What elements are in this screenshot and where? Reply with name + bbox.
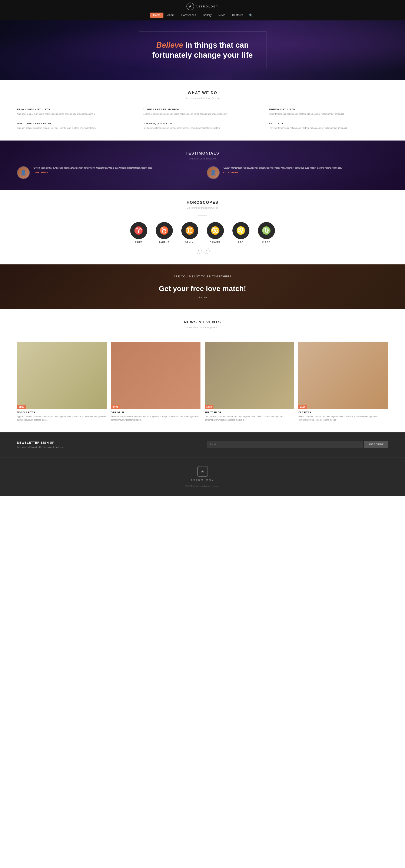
news-grid: 21/09 MSACLARITAS Typi non habent clarit… [17, 342, 388, 422]
newsletter-title: NEWSLETTER SIGN UP [17, 441, 198, 444]
news-thumbnail[interactable]: 13/10 [205, 342, 294, 409]
zodiac-label: LEO [238, 241, 244, 244]
feature-text: Soluta nobis eleifend option congue nihi… [143, 126, 262, 130]
footer-logo-letter: A [201, 469, 204, 473]
zodiac-sign-leo[interactable]: ♌ LEO [232, 222, 249, 244]
news-date: 13/10 [205, 405, 214, 409]
testimonials-subtitle: Dem inunt dolor invet facet [17, 157, 388, 160]
prev-arrow[interactable]: ‹ [195, 248, 201, 254]
news-thumb-bg [111, 342, 200, 409]
feature-text: Typi non habent claritatem insitam; est … [17, 126, 136, 130]
main-nav: HomeAboutHoroscopesGalleryNewsContacts 🔍 [150, 12, 255, 18]
nav-item-horoscopes[interactable]: Horoscopes [178, 12, 199, 18]
zodiac-label: TAURUS [159, 241, 169, 244]
zodiac-sign-taurus[interactable]: ♉ TAURUS [156, 222, 173, 244]
section-divider [198, 106, 207, 106]
zodiac-icon: ♊ [181, 222, 198, 239]
logo[interactable]: A ASTROLOGY [186, 3, 219, 10]
zodiac-sign-virgo[interactable]: ♍ VIRGO [258, 222, 275, 244]
hero-title: Believe in things that can fortunately c… [152, 40, 253, 60]
nav-item-home[interactable]: Home [150, 12, 163, 18]
feature-title: GOTHICA, QUAM NUNC [143, 122, 262, 125]
footer-copyright: © 2024 Astrology. All rights reserved. [8, 485, 397, 487]
hero-box: Believe in things that can fortunately c… [139, 32, 267, 69]
news-item-text: Dem habent claritatem insitam, est usus … [205, 415, 294, 422]
feature-item: GOTHICA, QUAM NUNC Soluta nobis eleifend… [143, 122, 262, 130]
features-grid: ET ACCUMSAN ET IUSTO Nam liber tempor cu… [17, 108, 388, 130]
news-item-title[interactable]: CLARITAS [299, 411, 388, 414]
news-thumbnail[interactable]: 27/09 [111, 342, 200, 409]
news-item-title[interactable]: MSACLARITAS [17, 411, 106, 414]
email-input[interactable] [207, 441, 363, 448]
testimonial-content: "Derem liber tempor cum soluta nobis ele… [223, 166, 343, 174]
what-we-do-title: WHAT WE DO [17, 91, 388, 95]
feature-title: NET IUSTO [269, 122, 388, 125]
next-arrow[interactable]: › [204, 248, 210, 254]
zodiac-label: GEMINI [185, 241, 194, 244]
avatar: 👤 [207, 166, 220, 179]
avatar-img: 👤 [207, 167, 219, 179]
news-item-text: Typi non habent claritatem insitam, est … [17, 415, 106, 422]
zodiac-label: VIRGO [262, 241, 271, 244]
feature-title: MSACLARITAS EST ETIAM [17, 122, 136, 125]
feature-item: NET IUSTO Fern liber tempor cum soluta n… [269, 122, 388, 130]
zodiac-icon: ♉ [156, 222, 173, 239]
zodiac-sign-cancer[interactable]: ♋ CANCER [207, 222, 224, 244]
section-divider-2 [198, 215, 207, 216]
logo-letter: A [189, 5, 191, 8]
news-item: 21/10 CLARITAS Geent claritatem insitam,… [299, 342, 388, 422]
news-thumbnail[interactable]: 21/10 [299, 342, 388, 409]
feature-item: ET ACCUMSAN ET IUSTO Nam liber tempor cu… [17, 108, 136, 116]
zodiac-icon: ♍ [258, 222, 275, 239]
news-item: 21/09 MSACLARITAS Typi non habent clarit… [17, 342, 106, 422]
footer: A ASTROLOGY © 2024 Astrology. All rights… [0, 457, 405, 496]
logo-name: ASTROLOGY [196, 5, 219, 8]
testimonials-grid: 👤 "Derem liber tempor cum soluta nobis e… [17, 166, 388, 179]
nav-item-gallery[interactable]: Gallery [200, 12, 215, 18]
zodiac-sign-aries[interactable]: ♈ ARIES [130, 222, 147, 244]
love-match-section: ARE YOU MEANT TO BE TOGETHER? Get your f… [0, 265, 405, 309]
news-item-text: Geent claritatem insitam, est usus legen… [299, 415, 388, 422]
feature-item: SEUMSAN ET IUSTO Velber tempor cum solut… [269, 108, 388, 116]
feature-text: Nam liber tempor cum soluta nobis eleife… [17, 113, 136, 116]
what-we-do-section: WHAT WE DO Let eum in euro dolor invet (… [0, 80, 405, 141]
news-date: 21/10 [299, 405, 307, 409]
what-we-do-subtitle: Let eum in euro dolor invet (level px) [17, 97, 388, 99]
nav-item-about[interactable]: About [164, 12, 178, 18]
zodiac-icon: ♌ [232, 222, 249, 239]
newsletter-desc: Fela lerem inff in nu thalilent in valpu… [17, 445, 198, 449]
news-title: NEWS & EVENTS [17, 320, 388, 324]
horoscopes-section: HOROSCOPES Cdt lorem ipsum dolor invet p… [0, 190, 405, 265]
testimonials-title: TESTIMONIALS [17, 151, 388, 156]
news-subtitle: Bluer innus dolor invet plure ax [17, 326, 388, 329]
news-date: 27/09 [111, 405, 120, 409]
nav-item-contacts[interactable]: Contacts [229, 12, 246, 18]
news-item-title[interactable]: GER OPLIRI [111, 411, 200, 414]
feature-text: Gothica, quam nunc putamus m soluta nobi… [143, 113, 262, 116]
testimonial-name: KATE STONE [223, 172, 343, 174]
love-subtitle: ARE YOU MEANT TO BE TOGETHER? [174, 275, 231, 278]
subscribe-button[interactable]: subscribe [364, 441, 388, 448]
logo-circle: A [186, 3, 194, 10]
news-thumb-bg [205, 342, 294, 409]
testimonial-content: "Derem liber tempor cum soluta nobis ele… [33, 166, 153, 174]
hero-believe: Believe [156, 41, 183, 50]
news-section: NEWS & EVENTS Bluer innus dolor invet pl… [0, 309, 405, 432]
testimonials-section: TESTIMONIALS Dem inunt dolor invet facet… [0, 141, 405, 190]
search-icon[interactable]: 🔍 [247, 12, 255, 18]
love-cta-link[interactable]: click here [197, 296, 207, 299]
zodiac-sign-gemini[interactable]: ♊ GEMINI [181, 222, 198, 244]
avatar-img: 👤 [18, 167, 29, 179]
news-thumbnail[interactable]: 21/09 [17, 342, 106, 409]
news-date: 21/09 [17, 405, 26, 409]
newsletter-form: subscribe [207, 441, 388, 448]
zodiac-icon: ♋ [207, 222, 224, 239]
feature-title: SEUMSAN ET IUSTO [269, 108, 388, 111]
feature-item: CLARITAS EST ETIAM PROC Gothica, quam nu… [143, 108, 262, 116]
header: A ASTROLOGY HomeAboutHoroscopesGalleryNe… [0, 0, 405, 21]
pause-icon[interactable]: ⏸ [201, 72, 204, 76]
feature-title: ET ACCUMSAN ET IUSTO [17, 108, 136, 111]
news-item-title[interactable]: FERITAER OP [205, 411, 294, 414]
avatar: 👤 [17, 166, 30, 179]
nav-item-news[interactable]: News [216, 12, 228, 18]
